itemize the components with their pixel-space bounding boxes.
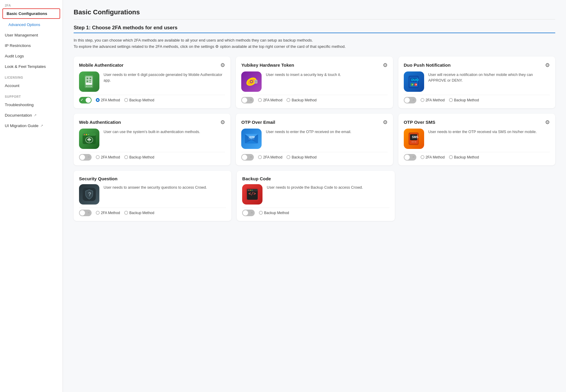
svg-point-59 [250,190,251,190]
sidebar-item-account[interactable]: Account [0,80,63,91]
svg-rect-10 [87,81,88,82]
radio-backup-only[interactable]: Backup Method [259,211,289,215]
sidebar-item-documentation[interactable]: Documentation ↗ [0,110,63,121]
radio-2fa-otp-sms[interactable]: 2FA Method [421,155,445,159]
sidebar-item-audit-logs[interactable]: Audit Logs [0,51,63,61]
toggle-secq[interactable]: ✕ [79,210,92,216]
toggle-x-otp-sms: ✕ [412,155,415,159]
card-desc-mobile: User needs to enter 6 digit passcode gen… [104,71,225,84]
radio-backup-otp-email[interactable]: Backup Method [286,155,316,159]
radio-circle-2fa-duo [421,98,424,102]
svg-text:DUO: DUO [411,78,419,82]
radio-2fa-otp-email[interactable]: 2FA Method [258,155,282,159]
card-body-webauth: User can use the system's built-in authe… [79,129,225,149]
card-duo: Duo Push Notification ⚙ DUO ✓ ✕ [398,57,555,108]
toggle-backup[interactable]: ✕ [242,210,255,216]
toggle-knob-backup [243,210,248,216]
toggle-otp-email[interactable]: ✕ [241,154,254,161]
svg-rect-11 [89,80,90,81]
card-footer-yubikey: ✕ 2FA Method Backup Method [241,95,387,103]
toggle-x-backup: ✕ [251,211,253,215]
card-security-question: Security Question ? User needs to answer… [74,171,231,221]
radio-2fa-label-secq: 2FA Method [101,211,120,215]
sidebar-item-advanced-options[interactable]: Advanced Options [0,19,63,30]
toggle-wrap-secq: ✕ [79,210,92,216]
main-content: Basic Configurations Step 1: Choose 2FA … [63,0,566,392]
radio-circle-2fa-otp-sms [421,155,424,159]
card-icon-webauth [79,129,99,149]
card-title-mobile: Mobile Authenticator [79,62,124,68]
radio-backup-yubikey[interactable]: Backup Method [286,98,316,102]
toggle-wrap-backup: ✕ [242,210,255,216]
toggle-knob-secq [80,210,85,216]
radio-circle-backup-otp-email [286,155,290,159]
radio-backup-mobile[interactable]: Backup Method [124,98,154,102]
svg-point-51 [413,141,414,142]
sidebar-item-ui-migration[interactable]: UI Migration Guide ↗ [0,121,63,131]
gear-icon-otp-email[interactable]: ⚙ [383,119,388,126]
toggle-mobile[interactable]: ✓ [79,97,92,103]
sidebar-item-ip-restrictions[interactable]: IP Restrictions [0,40,63,51]
card-desc-webauth: User can use the system's built-in authe… [104,129,200,135]
toggle-knob-duo [404,97,410,103]
secq-svg: ? [81,187,97,202]
gear-icon-duo[interactable]: ⚙ [545,62,550,68]
sidebar-item-user-management[interactable]: User Management [0,30,63,40]
card-desc-otp-email: User needs to enter the OTP received on … [266,129,351,135]
radio-2fa-yubikey[interactable]: 2FA Method [258,98,282,102]
radio-2fa-secq[interactable]: 2FA Method [96,211,120,215]
toggle-x-duo: ✕ [412,98,415,102]
backup-svg: </> [245,187,260,202]
otp-sms-svg: SMS [406,131,422,147]
card-yubikey: Yubikey Hardware Token ⚙ U [236,57,393,108]
toggle-wrap-webauth: ✕ [79,154,92,161]
toggle-x-otp-email: ✕ [250,155,252,159]
card-desc-duo: User will receive a notification on his/… [428,71,550,84]
gear-icon-otp-sms[interactable]: ⚙ [545,119,550,126]
radio-backup-label-otp-email: Backup Method [292,155,316,159]
toggle-wrap-mobile: ✓ [79,97,92,103]
card-body-secq: ? User needs to answer the security ques… [79,184,226,205]
svg-rect-22 [255,80,257,83]
gear-icon-yubikey[interactable]: ⚙ [383,62,388,68]
card-body-backup: </> User needs to provide the Backup Cod… [242,184,389,205]
svg-point-20 [251,81,252,83]
sidebar-top-label: 2FA [0,0,63,8]
gear-icon-webauth[interactable]: ⚙ [220,119,225,126]
radio-backup-secq[interactable]: Backup Method [124,211,154,215]
card-footer-webauth: ✕ 2FA Method Backup Method [79,152,225,161]
radio-circle-backup-mobile [124,98,128,102]
radio-backup-otp-sms[interactable]: Backup Method [449,155,479,159]
sidebar-item-troubleshooting[interactable]: Troubleshooting [0,100,63,110]
card-header-webauth: Web Authentication ⚙ [79,119,225,126]
radio-2fa-duo[interactable]: 2FA Method [421,98,445,102]
methods-grid-bottom: Security Question ? User needs to answer… [74,171,395,221]
radio-2fa-label-duo: 2FA Method [426,98,445,102]
card-title-yubikey: Yubikey Hardware Token [241,62,294,68]
toggle-duo[interactable]: ✕ [404,97,416,103]
radio-2fa-mobile[interactable]: 2FA Method [96,98,120,102]
radio-circle-2fa-secq [96,211,100,215]
card-header-otp-email: OTP Over Email ⚙ [241,119,387,126]
radio-backup-webauth[interactable]: Backup Method [124,155,154,159]
methods-grid-mid: Web Authentication ⚙ [74,114,555,165]
toggle-x-yubikey: ✕ [250,98,252,102]
svg-rect-7 [90,78,91,79]
card-header-secq: Security Question [79,176,226,181]
svg-text:✕: ✕ [415,83,417,86]
sidebar-item-look-feel[interactable]: Look & Feel Templates [0,61,63,72]
toggle-check-mobile: ✓ [81,98,83,102]
toggle-webauth[interactable]: ✕ [79,154,92,161]
svg-rect-13 [89,82,90,83]
radio-2fa-webauth[interactable]: 2FA Method [96,155,120,159]
toggle-yubikey[interactable]: ✕ [241,97,254,103]
svg-point-34 [86,134,87,135]
radio-circle-backup-yubikey [286,98,290,102]
otp-email-svg: OTP [244,131,259,147]
radio-backup-duo[interactable]: Backup Method [449,98,479,102]
sidebar-item-basic-config[interactable]: Basic Configurations [2,8,60,19]
toggle-otp-sms[interactable]: ✕ [404,154,416,161]
gear-icon-mobile[interactable]: ⚙ [220,62,225,68]
card-footer-duo: ✕ 2FA Method Backup Method [404,95,550,103]
toggle-wrap-yubikey: ✕ [241,97,254,103]
